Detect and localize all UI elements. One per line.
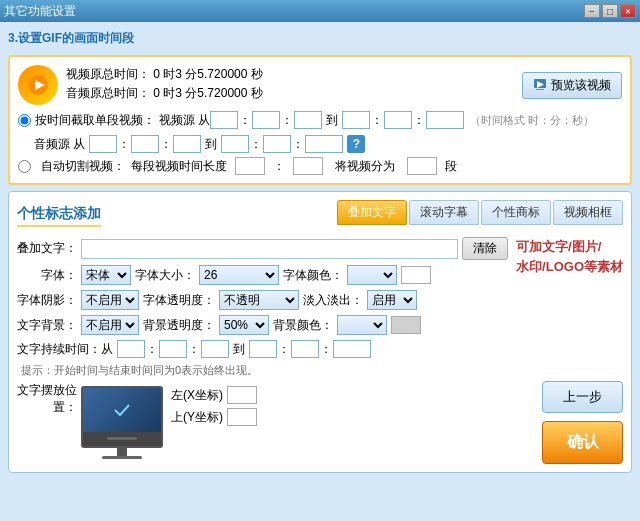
font-size-label: 字体大小：	[135, 267, 195, 284]
top-coord-row: 上(Y坐标) 5	[171, 408, 257, 426]
auto-cut-row: 自动切割视频： 每段视频时间长度 ： 将视频分为 段	[18, 157, 622, 175]
video-start-s[interactable]: 0	[294, 111, 322, 129]
position-area: 左(X坐标) 5 上(Y坐标) 5	[81, 386, 257, 459]
panel-title: 个性标志添加	[17, 205, 101, 227]
title-bar: 其它功能设置 − □ ×	[0, 0, 640, 22]
window-title: 其它功能设置	[4, 3, 76, 20]
help-button[interactable]: ?	[347, 135, 365, 153]
time-section: 按时间截取单段视频： 视频源 从 0 ： 0 ： 0 到 0 ： 3 ： 5.7…	[18, 111, 622, 175]
left-coord-label: 左(X坐标)	[171, 387, 223, 404]
video-icon	[18, 65, 58, 105]
fade-select[interactable]: 启用	[367, 290, 417, 310]
close-button[interactable]: ×	[620, 4, 636, 18]
duration-row: 文字持续时间：从 0 ： 0 ： 0 到 0 ： 3 ： 5.72	[17, 340, 508, 358]
bg-opacity-label: 背景透明度：	[143, 317, 215, 334]
tab-scroll-text[interactable]: 滚动字幕	[409, 200, 479, 225]
audio-start-m[interactable]: 0	[131, 135, 159, 153]
split-into-input[interactable]	[407, 157, 437, 175]
dur-start-s[interactable]: 0	[201, 340, 229, 358]
preview-video-button[interactable]: 预览该视频	[522, 72, 622, 99]
tab-overlay-text[interactable]: 叠加文字	[337, 200, 407, 225]
video-end-h[interactable]: 0	[342, 111, 370, 129]
video-start-h[interactable]: 0	[210, 111, 238, 129]
font-color-label: 字体颜色：	[283, 267, 343, 284]
shadow-label: 字体阴影：	[17, 292, 77, 309]
dur-end-m[interactable]: 3	[291, 340, 319, 358]
left-coord-input[interactable]: 5	[227, 386, 257, 404]
font-color-box[interactable]	[401, 266, 431, 284]
bg-label: 文字背景：	[17, 317, 77, 334]
video-clip-panel: 视频原总时间： 0 时3 分5.720000 秒 音频原总时间： 0 时3 分5…	[8, 55, 632, 185]
audio-start-h[interactable]: 0	[89, 135, 117, 153]
overlay-text-row: 叠加文字： 清除	[17, 237, 508, 260]
section-title: 3.设置GIF的画面时间段	[8, 30, 632, 47]
font-row: 字体： 宋体 字体大小： 26 字体颜色：	[17, 265, 508, 285]
overlay-text-input[interactable]	[81, 239, 458, 259]
opacity-label: 字体透明度：	[143, 292, 215, 309]
top-coord-label: 上(Y坐标)	[171, 409, 223, 426]
left-coord-row: 左(X坐标) 5	[171, 386, 257, 404]
tabs-container: 叠加文字 滚动字幕 个性商标 视频相框	[337, 200, 623, 225]
main-container: 3.设置GIF的画面时间段 视频原总时间： 0 时3 分5.720000 秒 音…	[0, 22, 640, 521]
duration-hint: 提示：开始时间与结束时间同为0表示始终出现。	[17, 363, 508, 378]
tab-logo[interactable]: 个性商标	[481, 200, 551, 225]
side-panel: 可加文字/图片/水印/LOGO等素材 上一步 确认	[516, 237, 623, 464]
position-label: 文字摆放位置：	[17, 382, 77, 416]
position-row: 文字摆放位置：	[17, 382, 508, 459]
maximize-button[interactable]: □	[602, 4, 618, 18]
personal-mark-panel: 个性标志添加 叠加文字 滚动字幕 个性商标 视频相框 叠加文字： 清除 字体：	[8, 191, 632, 473]
bg-color-select[interactable]	[337, 315, 387, 335]
font-size-select[interactable]: 26	[199, 265, 279, 285]
video-end-s[interactable]: 5.72	[426, 111, 464, 129]
panel-header: 个性标志添加 叠加文字 滚动字幕 个性商标 视频相框	[17, 200, 623, 231]
bg-color-label: 背景颜色：	[273, 317, 333, 334]
radio-auto-cut-input[interactable]	[18, 160, 31, 173]
video-duration-line: 视频原总时间： 0 时3 分5.720000 秒	[66, 66, 522, 83]
prev-button[interactable]: 上一步	[542, 381, 623, 413]
radio-single-clip-input[interactable]	[18, 114, 31, 127]
confirm-button[interactable]: 确认	[542, 421, 623, 464]
video-start-m[interactable]: 0	[252, 111, 280, 129]
tab-frame[interactable]: 视频相框	[553, 200, 623, 225]
dur-start-h[interactable]: 0	[117, 340, 145, 358]
audio-time-row: 音频源 从 0 ： 0 ： 0 到 0 ： 3 ： 5.72 ?	[18, 135, 622, 153]
overlay-text-label: 叠加文字：	[17, 240, 77, 257]
fade-label: 淡入淡出：	[303, 292, 363, 309]
form-area: 叠加文字： 清除 字体： 宋体 字体大小： 26 字体颜色：	[17, 237, 508, 464]
bg-opacity-select[interactable]: 50%	[219, 315, 269, 335]
audio-duration-line: 音频原总时间： 0 时3 分5.720000 秒	[66, 85, 522, 102]
video-info-text: 视频原总时间： 0 时3 分5.720000 秒 音频原总时间： 0 时3 分5…	[66, 66, 522, 104]
font-select[interactable]: 宋体	[81, 265, 131, 285]
dur-end-h[interactable]: 0	[249, 340, 277, 358]
video-end-m[interactable]: 3	[384, 111, 412, 129]
checkmark-icon	[114, 404, 130, 416]
svg-rect-3	[536, 89, 544, 90]
clear-button[interactable]: 清除	[462, 237, 508, 260]
bg-select[interactable]: 不启用	[81, 315, 139, 335]
shadow-row: 字体阴影： 不启用 字体透明度： 不透明 淡入淡出： 启用	[17, 290, 508, 310]
each-length-h[interactable]	[235, 157, 265, 175]
lower-area: 叠加文字： 清除 字体： 宋体 字体大小： 26 字体颜色：	[17, 237, 623, 464]
each-length-m[interactable]	[293, 157, 323, 175]
audio-end-s[interactable]: 5.72	[305, 135, 343, 153]
title-bar-buttons: − □ ×	[584, 4, 636, 18]
monitor-display	[81, 386, 163, 459]
bg-color-box[interactable]	[391, 316, 421, 334]
radio-single-clip: 按时间截取单段视频： 视频源 从 0 ： 0 ： 0 到 0 ： 3 ： 5.7…	[18, 111, 622, 129]
watermark-note: 可加文字/图片/水印/LOGO等素材	[516, 237, 623, 276]
dur-start-m[interactable]: 0	[159, 340, 187, 358]
duration-label: 文字持续时间：从	[17, 341, 113, 358]
audio-end-m[interactable]: 3	[263, 135, 291, 153]
minimize-button[interactable]: −	[584, 4, 600, 18]
shadow-select[interactable]: 不启用	[81, 290, 139, 310]
video-info-row: 视频原总时间： 0 时3 分5.720000 秒 音频原总时间： 0 时3 分5…	[18, 65, 622, 105]
audio-start-s[interactable]: 0	[173, 135, 201, 153]
audio-end-h[interactable]: 0	[221, 135, 249, 153]
coord-area: 左(X坐标) 5 上(Y坐标) 5	[171, 386, 257, 426]
bg-row: 文字背景： 不启用 背景透明度： 50% 背景颜色：	[17, 315, 508, 335]
action-buttons: 上一步 确认	[542, 381, 623, 464]
opacity-select[interactable]: 不透明	[219, 290, 299, 310]
font-color-select[interactable]	[347, 265, 397, 285]
top-coord-input[interactable]: 5	[227, 408, 257, 426]
dur-end-s[interactable]: 5.72	[333, 340, 371, 358]
